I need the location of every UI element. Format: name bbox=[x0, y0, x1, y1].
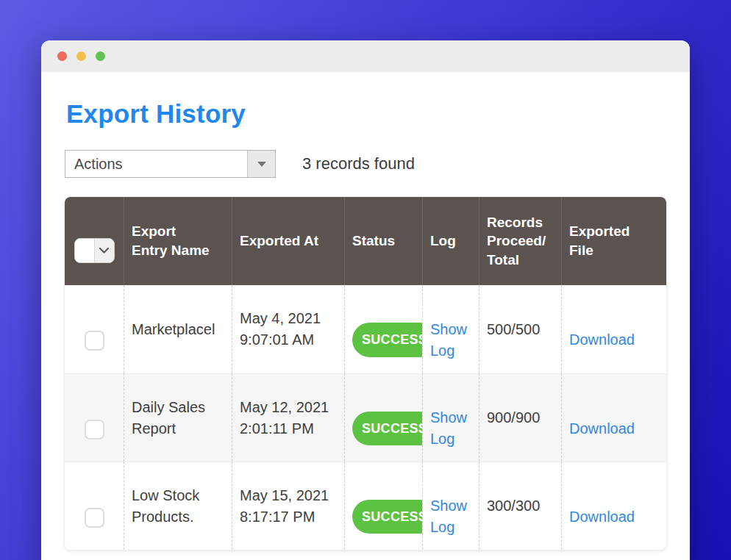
status-badge: SUCCESS bbox=[352, 500, 422, 534]
select-all-arrow-button[interactable] bbox=[95, 239, 114, 262]
actions-dropdown-arrow-button[interactable] bbox=[247, 151, 275, 177]
records-cell: 300/300 bbox=[479, 462, 561, 550]
exported-at-cell: May 15, 2021 8:17:17 PM bbox=[232, 462, 344, 550]
column-header-log: Log bbox=[422, 197, 479, 285]
records-cell: 900/900 bbox=[479, 373, 561, 462]
toolbar: Actions 3 records found bbox=[65, 150, 666, 178]
status-cell: SUCCESS bbox=[344, 373, 422, 462]
chevron-down-icon bbox=[99, 247, 110, 254]
show-log-link[interactable]: Show Log bbox=[430, 321, 467, 359]
download-link[interactable]: Download bbox=[569, 420, 635, 437]
records-cell: 500/500 bbox=[479, 285, 561, 373]
table-row: Low Stock Products. May 15, 2021 8:17:17… bbox=[65, 462, 666, 550]
entry-name-cell: Marketplacel bbox=[124, 285, 232, 373]
column-header-file: Exported File bbox=[561, 197, 666, 285]
row-checkbox[interactable] bbox=[85, 331, 104, 351]
download-link[interactable]: Download bbox=[569, 509, 635, 525]
exported-at-cell: May 4, 2021 9:07:01 AM bbox=[232, 285, 344, 373]
window-content: Export History Actions 3 records found bbox=[41, 99, 690, 550]
status-cell: SUCCESS bbox=[344, 285, 422, 373]
row-checkbox[interactable] bbox=[85, 420, 104, 439]
show-log-link[interactable]: Show Log bbox=[430, 498, 467, 535]
select-all-control[interactable] bbox=[74, 238, 115, 263]
entry-name-cell: Daily Sales Report bbox=[124, 373, 232, 462]
column-header-name: Export Entry Name bbox=[124, 197, 232, 285]
records-count: 3 records found bbox=[302, 154, 415, 173]
status-badge: SUCCESS bbox=[352, 412, 422, 445]
row-select-cell bbox=[65, 285, 124, 373]
actions-dropdown[interactable]: Actions bbox=[65, 150, 276, 178]
table-row: Daily Sales Report May 12, 2021 2:01:11 … bbox=[65, 373, 666, 462]
show-log-link[interactable]: Show Log bbox=[430, 409, 467, 447]
window-titlebar bbox=[41, 40, 690, 72]
exported-at-cell: May 12, 2021 2:01:11 PM bbox=[232, 373, 344, 462]
minimize-button[interactable] bbox=[76, 51, 86, 61]
row-select-cell bbox=[65, 462, 124, 550]
caret-down-icon bbox=[257, 162, 266, 167]
log-cell: Show Log bbox=[422, 373, 479, 462]
column-header-exported-at: Exported At bbox=[232, 197, 344, 285]
column-header-records: Records Proceed/ Total bbox=[479, 197, 561, 285]
app-window: Export History Actions 3 records found bbox=[41, 40, 690, 560]
log-cell: Show Log bbox=[422, 285, 479, 373]
entry-name-cell: Low Stock Products. bbox=[124, 462, 232, 550]
column-header-select bbox=[65, 197, 124, 285]
download-link[interactable]: Download bbox=[569, 331, 635, 348]
table-row: Marketplacel May 4, 2021 9:07:01 AM SUCC… bbox=[65, 285, 666, 373]
export-history-table: Export Entry Name Exported At Status Log… bbox=[65, 197, 666, 550]
row-select-cell bbox=[65, 373, 124, 462]
actions-dropdown-label: Actions bbox=[65, 151, 247, 177]
select-all-checkbox[interactable] bbox=[75, 239, 95, 262]
status-badge: SUCCESS bbox=[352, 323, 422, 356]
table-header-row: Export Entry Name Exported At Status Log… bbox=[65, 197, 666, 285]
log-cell: Show Log bbox=[422, 462, 479, 550]
status-cell: SUCCESS bbox=[344, 462, 422, 550]
close-button[interactable] bbox=[57, 51, 67, 61]
row-checkbox[interactable] bbox=[85, 508, 104, 528]
column-header-status: Status bbox=[344, 197, 422, 285]
export-history-table-card: Export Entry Name Exported At Status Log… bbox=[65, 197, 666, 550]
page-title: Export History bbox=[66, 99, 666, 129]
maximize-button[interactable] bbox=[96, 51, 105, 61]
file-cell: Download bbox=[561, 373, 666, 462]
file-cell: Download bbox=[561, 462, 666, 550]
file-cell: Download bbox=[561, 285, 666, 373]
